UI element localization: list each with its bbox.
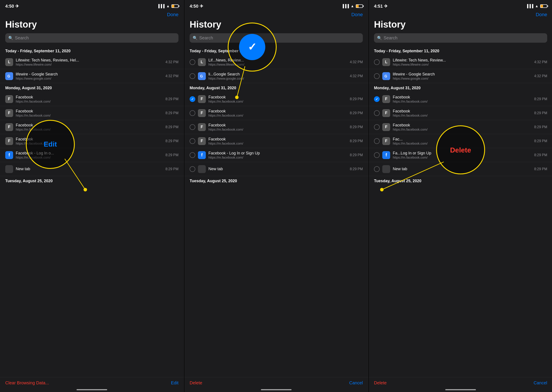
item-favicon-1-2: F	[5, 123, 13, 131]
item-checkbox-0-0[interactable]	[374, 59, 380, 65]
search-bar[interactable]: 🔍 Search	[190, 33, 363, 43]
item-favicon-1-4: f	[5, 151, 13, 159]
nav-bar: Done	[184, 11, 368, 19]
item-content-1-4: Facebook - Log In or Sign Up https://m.f…	[208, 151, 347, 159]
history-item-0-0[interactable]: L Lif...News, Review... https://www.life…	[184, 55, 368, 69]
item-content-0-0: Lifewire: Tech News, Reviews, Hel... htt…	[16, 58, 163, 66]
history-item-1-2[interactable]: F Facebook https://m.facebook.com/ 8:29 …	[0, 120, 184, 134]
bottom-left-button[interactable]: Delete	[374, 380, 387, 385]
history-item-1-2[interactable]: F Facebook https://m.facebook.com/ 8:29 …	[369, 120, 552, 134]
item-favicon-1-2: F	[198, 123, 206, 131]
battery-icon	[540, 4, 547, 8]
item-time: 8:29 PM	[350, 153, 363, 157]
done-button[interactable]: Done	[351, 12, 363, 17]
section-header-0: Today - Friday, September 11, 2020	[184, 46, 368, 55]
home-indicator	[445, 389, 476, 390]
battery-icon	[172, 4, 179, 8]
item-url: https://m.facebook.com/	[16, 155, 163, 159]
item-checkbox-1-5[interactable]	[374, 166, 380, 172]
history-item-1-3[interactable]: F Fac... https://m.facebook.com/ 8:29 PM	[369, 134, 552, 148]
item-time: 8:29 PM	[350, 97, 363, 101]
item-checkbox-1-3[interactable]	[374, 138, 380, 144]
item-favicon-1-4: f	[198, 151, 206, 159]
bottom-right-button[interactable]: Cancel	[349, 380, 363, 385]
item-content-1-1: Facebook https://m.facebook.com/	[208, 109, 347, 117]
item-checkbox-0-0[interactable]	[190, 59, 195, 65]
history-item-1-1[interactable]: F Facebook https://m.facebook.com/ 8:29 …	[0, 106, 184, 120]
item-content-1-2: Facebook https://m.facebook.com/	[208, 123, 347, 131]
item-checkbox-1-0[interactable]	[374, 96, 380, 102]
search-placeholder: Search	[15, 35, 29, 41]
item-time: 8:29 PM	[350, 125, 363, 129]
item-url: https://m.facebook.com/	[208, 141, 347, 145]
history-item-1-3[interactable]: F Facebook https://m.facebook.com/ 8:29 …	[184, 134, 368, 148]
search-bar[interactable]: 🔍 Search	[5, 33, 179, 43]
bottom-right-button[interactable]: Cancel	[534, 380, 547, 385]
item-checkbox-1-5[interactable]	[190, 166, 195, 172]
item-checkbox-1-1[interactable]	[190, 110, 195, 116]
history-item-1-4[interactable]: f Facebook - Log In or Sign Up https://m…	[184, 148, 368, 162]
item-content-1-0: Facebook https://m.facebook.com/	[393, 95, 531, 103]
signal-icon: ▐▐▐	[341, 4, 349, 8]
section-header-1: Monday, August 31, 2020	[369, 83, 552, 92]
item-favicon-0-1: G	[198, 72, 206, 80]
item-url: https://www.lifewire.com/	[16, 63, 163, 66]
history-item-1-0[interactable]: F Facebook https://m.facebook.com/ 8:29 …	[0, 92, 184, 106]
item-url: https://m.facebook.com/	[393, 113, 531, 117]
status-bar: 4:51 ✈ ▐▐▐ ▲	[369, 0, 552, 11]
item-time: 8:29 PM	[350, 167, 363, 171]
item-checkbox-1-4[interactable]	[190, 152, 195, 158]
item-checkbox-0-1[interactable]	[190, 73, 195, 79]
history-item-1-0[interactable]: F Facebook https://m.facebook.com/ 8:29 …	[184, 92, 368, 106]
done-button[interactable]: Done	[167, 12, 179, 17]
item-time: 8:29 PM	[350, 139, 363, 143]
history-item-1-1[interactable]: F Facebook https://m.facebook.com/ 8:29 …	[184, 106, 368, 120]
history-item-0-1[interactable]: G lifewire - Google Search https://www.g…	[369, 69, 552, 83]
item-time: 8:29 PM	[165, 111, 179, 115]
status-bar: 4:50 ✈ ▐▐▐ ▲	[0, 0, 184, 11]
search-icon: 🔍	[377, 36, 382, 41]
bottom-left-button[interactable]: Delete	[190, 380, 202, 385]
history-item-1-4[interactable]: f Fa...Log In or Sign Up https://m.faceb…	[369, 148, 552, 162]
item-url: https://m.facebook.com/	[16, 113, 163, 117]
item-title: New tab	[393, 167, 531, 171]
history-item-1-5[interactable]: New tab 8:29 PM	[184, 162, 368, 176]
item-checkbox-1-2[interactable]	[190, 124, 195, 130]
item-title: li...Google Search	[208, 72, 347, 77]
item-favicon-1-5	[198, 165, 206, 173]
history-item-0-0[interactable]: L Lifewire: Tech News, Review... https:/…	[369, 55, 552, 69]
item-checkbox-0-1[interactable]	[374, 73, 380, 79]
item-checkbox-1-0[interactable]	[190, 96, 195, 102]
history-item-0-1[interactable]: G li...Google Search https://www.google.…	[184, 69, 368, 83]
section-header-2: Tuesday, August 25, 2020	[0, 176, 184, 185]
bottom-right-button[interactable]: Edit	[171, 380, 179, 385]
item-title: Facebook	[208, 109, 347, 113]
item-time: 8:29 PM	[534, 125, 547, 129]
history-item-1-0[interactable]: F Facebook https://m.facebook.com/ 8:29 …	[369, 92, 552, 106]
item-title: Facebook	[16, 137, 163, 141]
search-bar[interactable]: 🔍 Search	[374, 33, 547, 43]
item-time: 8:29 PM	[165, 125, 179, 129]
item-checkbox-1-2[interactable]	[374, 124, 380, 130]
item-checkbox-1-1[interactable]	[374, 110, 380, 116]
history-item-1-2[interactable]: F Facebook https://m.facebook.com/ 8:29 …	[184, 120, 368, 134]
history-item-1-3[interactable]: F Facebook https://m.facebook.com/ 8:29 …	[0, 134, 184, 148]
done-button[interactable]: Done	[536, 12, 547, 17]
item-time: 4:32 PM	[534, 74, 547, 78]
item-favicon-1-5	[5, 165, 13, 173]
history-item-1-4[interactable]: f Facebook - Log In o... https://m.faceb…	[0, 148, 184, 162]
phone-panel-3: 4:51 ✈ ▐▐▐ ▲ Done History 🔍 Search Today…	[369, 0, 552, 392]
item-checkbox-1-4[interactable]	[374, 152, 380, 158]
bottom-left-button[interactable]: Clear Browsing Data...	[5, 380, 49, 385]
history-item-0-0[interactable]: L Lifewire: Tech News, Reviews, Hel... h…	[0, 55, 184, 69]
history-item-0-1[interactable]: G lifewire - Google Search https://www.g…	[0, 69, 184, 83]
history-item-1-5[interactable]: New tab 8:29 PM	[0, 162, 184, 176]
item-checkbox-1-3[interactable]	[190, 138, 195, 144]
item-url: https://m.facebook.com/	[16, 99, 163, 103]
history-item-1-5[interactable]: New tab 8:29 PM	[369, 162, 552, 176]
history-item-1-1[interactable]: F Facebook https://m.facebook.com/ 8:29 …	[369, 106, 552, 120]
wifi-icon: ▲	[166, 4, 170, 8]
phone-panel-1: 4:50 ✈ ▐▐▐ ▲ Done History 🔍 Search Today…	[0, 0, 184, 392]
status-time: 4:50 ✈	[190, 3, 203, 9]
item-time: 8:29 PM	[165, 167, 179, 171]
